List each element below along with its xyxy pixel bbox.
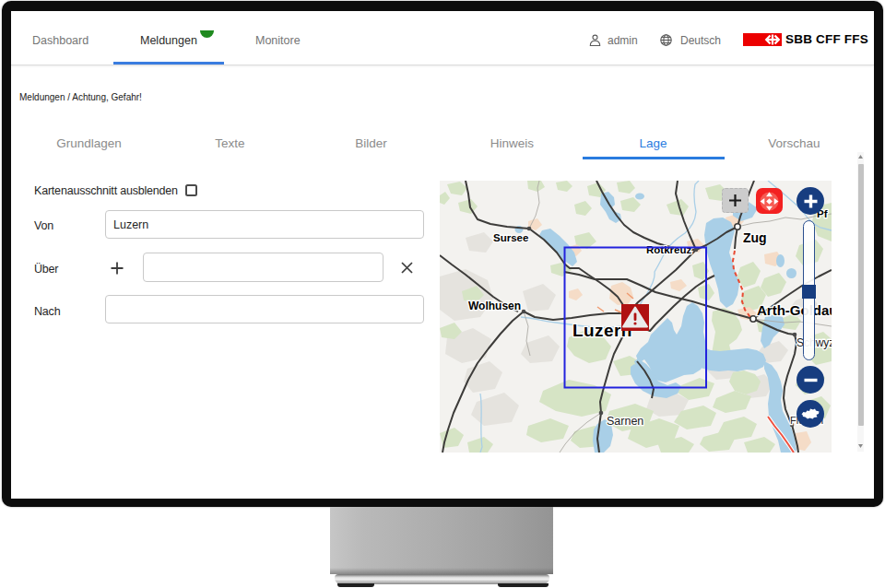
svg-text:Arth-Goldau: Arth-Goldau bbox=[757, 302, 832, 318]
svg-text:Zug: Zug bbox=[743, 230, 767, 245]
svg-text:Wolhusen: Wolhusen bbox=[468, 300, 521, 312]
svg-text:Sarnen: Sarnen bbox=[607, 415, 643, 428]
svg-text:Rotkreuz: Rotkreuz bbox=[646, 244, 691, 255]
svg-text:Sursee: Sursee bbox=[493, 232, 528, 243]
